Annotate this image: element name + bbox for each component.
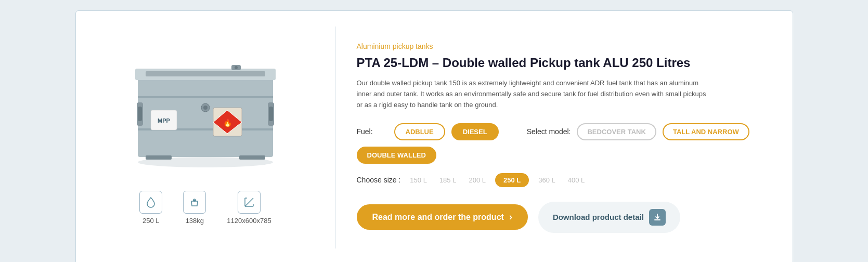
- svg-rect-18: [146, 155, 172, 160]
- read-more-button[interactable]: Read more and order the product ›: [357, 204, 528, 230]
- svg-rect-19: [239, 155, 265, 160]
- spec-volume-label: 250 L: [142, 217, 160, 225]
- svg-text:MPP: MPP: [158, 117, 170, 124]
- svg-point-21: [235, 66, 238, 69]
- fuel-btn-diesel[interactable]: DIESEL: [451, 123, 499, 140]
- size-btn-360l[interactable]: 360 L: [535, 174, 559, 186]
- spec-dimensions: 1120x600x785: [227, 191, 271, 225]
- spec-weight: 138kg: [183, 191, 206, 225]
- droplet-icon: [145, 197, 157, 208]
- svg-rect-4: [138, 96, 273, 98]
- svg-point-17: [203, 106, 208, 110]
- svg-rect-9: [269, 107, 273, 121]
- spec-weight-label: 138kg: [186, 217, 204, 225]
- size-btn-150l[interactable]: 150 L: [407, 174, 430, 186]
- product-specs: 250 L 138kg: [139, 191, 271, 225]
- svg-text:🔥: 🔥: [223, 119, 232, 127]
- download-button[interactable]: Download product detail: [538, 202, 680, 233]
- actions-row: Read more and order the product › Downlo…: [357, 202, 772, 233]
- product-image: 🔥 MPP: [122, 45, 289, 170]
- model-btn-double-walled[interactable]: DOUBLE WALLED: [357, 147, 436, 164]
- product-card: 🔥 MPP: [75, 10, 793, 262]
- chevron-right-icon: ›: [509, 212, 512, 222]
- weight-icon: [189, 197, 200, 208]
- product-description: Our double walled pickup tank 150 is as …: [357, 78, 710, 110]
- model-btn-tall-narrow[interactable]: TALL AND NARROW: [663, 123, 749, 140]
- model-btn-bedcover[interactable]: BEDCOVER TANK: [577, 123, 656, 140]
- svg-rect-3: [146, 71, 265, 76]
- size-btn-200l[interactable]: 200 L: [465, 174, 489, 186]
- size-btn-250l[interactable]: 250 L: [495, 173, 529, 187]
- volume-icon-box: [139, 191, 162, 214]
- svg-line-23: [245, 198, 253, 206]
- download-icon-box: [649, 209, 666, 226]
- fuel-label: Fuel:: [357, 127, 388, 136]
- svg-rect-7: [138, 107, 142, 121]
- fuel-selector-row: Fuel: ADBLUE DIESEL Select model: BEDCOV…: [357, 123, 772, 164]
- spec-volume: 250 L: [139, 191, 162, 225]
- product-title: PTA 25-LDM – Double walled Pickup tank A…: [357, 55, 772, 71]
- read-more-label: Read more and order the product: [372, 213, 504, 222]
- spec-dimensions-label: 1120x600x785: [227, 217, 271, 225]
- size-btn-400l[interactable]: 400 L: [565, 174, 588, 186]
- weight-icon-box: [183, 191, 206, 214]
- category-label: Aluminium pickup tanks: [357, 42, 772, 50]
- size-selector-row: Choose size : 150 L 185 L 200 L 250 L 36…: [357, 173, 772, 187]
- fuel-btn-adblue[interactable]: ADBLUE: [394, 123, 445, 140]
- size-btn-185l[interactable]: 185 L: [436, 174, 460, 186]
- right-panel: Aluminium pickup tanks PTA 25-LDM – Doub…: [336, 27, 793, 248]
- download-label: Download product detail: [553, 213, 644, 221]
- left-panel: 🔥 MPP: [76, 27, 336, 248]
- product-image-area: 🔥 MPP: [92, 45, 320, 170]
- dimensions-icon-box: [238, 191, 261, 214]
- model-label: Select model:: [527, 127, 571, 136]
- size-label: Choose size :: [357, 176, 401, 184]
- dimensions-icon: [243, 197, 255, 208]
- download-icon: [653, 213, 662, 221]
